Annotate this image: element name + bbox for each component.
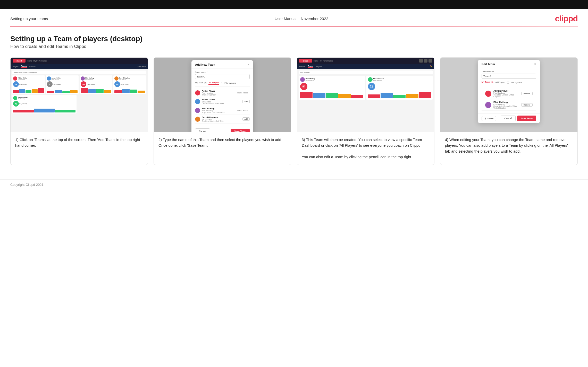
add-team-modal: Add New Team × Team Name * Team A My Tea… xyxy=(191,60,253,132)
edit-player-info: Adrian Player Plus HandicapThe Shire Lon… xyxy=(493,90,519,98)
player-info: Adrian Player Plus HandicapThe Shire Lon… xyxy=(202,90,234,96)
edit-modal-footer: 🗑 Delete Cancel Save Team xyxy=(478,113,540,123)
card-3-text: 3) This Team will then be created. You c… xyxy=(297,132,434,165)
add-player-button[interactable]: Add xyxy=(242,100,250,103)
card-3-text-part1: 3) This Team will then be created. You c… xyxy=(302,138,422,147)
cancel-button[interactable]: Cancel xyxy=(195,128,210,132)
delete-team-button[interactable]: 🗑 Delete xyxy=(482,116,496,121)
edit-player-name: Adrian Player xyxy=(493,90,519,92)
player-list: Adrian Player Plus HandicapThe Shire Lon… xyxy=(195,89,250,124)
tab-my-team[interactable]: My Team (2) xyxy=(195,82,206,84)
edit-player-item: Blair McHarg Plus HandicapRoyal North De… xyxy=(482,99,536,111)
modal-close-icon[interactable]: × xyxy=(248,63,250,66)
modal-footer: Cancel Save Team xyxy=(191,126,253,132)
player-name: Dave Billingham xyxy=(202,116,241,118)
card-3-screenshot: clippd Home My Performance Players Teams xyxy=(297,58,434,132)
page-subtitle: How to create and edit Teams in Clippd xyxy=(10,44,578,49)
card-3: clippd Home My Performance Players Teams xyxy=(297,57,434,165)
trash-icon: 🗑 xyxy=(484,117,486,120)
save-team-button[interactable]: Save Team xyxy=(517,116,536,121)
modal-title: Add New Team xyxy=(195,63,215,66)
edit-tab-my-team[interactable]: My Team (2) xyxy=(482,81,493,84)
modal-tabs: My Team (2) All Players Filter by name xyxy=(195,81,250,86)
header-logo: clippd xyxy=(555,14,578,23)
player-club: Plus HandicapThe Shire London xyxy=(202,92,234,96)
header-center-text: User Manual – November 2022 xyxy=(275,16,328,21)
edit-modal-header: Edit Team × xyxy=(478,60,540,68)
edit-player-details: Plus HandicapRoyal North Devon Golf Club… xyxy=(493,103,519,109)
card-1-text: 1) Click on 'Teams' at the top of the sc… xyxy=(11,132,148,165)
remove-player-button[interactable]: Remove xyxy=(521,103,533,107)
top-bar xyxy=(0,0,588,9)
card-3-text-part2: You can also edit a Team by clicking the… xyxy=(302,155,412,159)
edit-player-info: Blair McHarg Plus HandicapRoyal North De… xyxy=(493,101,519,109)
edit-team-name-label: Team Name * xyxy=(482,71,536,73)
team-name-input[interactable]: Team A xyxy=(195,74,250,79)
card-2-screenshot: Add New Team × Team Name * Team A My Tea… xyxy=(154,58,291,132)
player-club: 5.8 HandicapThe Ding Maping Golf Club xyxy=(202,118,241,122)
footer: Copyright Clippd 2021 xyxy=(0,179,588,190)
remove-player-button[interactable]: Remove xyxy=(521,92,533,95)
save-team-button[interactable]: Save Team xyxy=(231,129,250,132)
page-title: Setting up a Team of players (desktop) xyxy=(10,35,578,43)
filter-by-name: Filter by name xyxy=(221,82,236,84)
edit-team-modal: Edit Team × Team Name * Team A My Team (… xyxy=(478,60,540,123)
team-name-label: Team Name * xyxy=(195,71,250,73)
edit-player-avatar xyxy=(485,102,491,108)
page-content: Setting up a Team of players (desktop) H… xyxy=(0,27,588,177)
card-2-text: 2) Type the name of this Team and then s… xyxy=(154,132,291,165)
header: Setting up your teams User Manual – Nove… xyxy=(0,9,588,26)
edit-modal-tabs: My Team (2) All Players Filter by name xyxy=(482,81,536,86)
add-player-button[interactable]: Add xyxy=(242,117,250,121)
edit-filter-by-name: Filter by name xyxy=(507,82,522,84)
edit-team-name-input[interactable]: Team A xyxy=(482,74,536,79)
copyright-text: Copyright Clippd 2021 xyxy=(10,183,44,187)
edit-tab-all-players[interactable]: All Players xyxy=(495,81,505,84)
edit-cancel-button[interactable]: Cancel xyxy=(501,116,516,121)
edit-footer-actions: Cancel Save Team xyxy=(501,116,536,121)
card-4-text: 4) When editing your Team, you can chang… xyxy=(440,132,577,165)
player-avatar xyxy=(195,117,200,122)
edit-modal-body: Team Name * Team A My Team (2) All Playe… xyxy=(478,68,540,113)
player-avatar xyxy=(195,99,200,104)
modal-body: Team Name * Team A My Team (2) All Playe… xyxy=(191,68,253,126)
player-info: Blair McHarg Plus HandicapRoyal North De… xyxy=(202,107,234,113)
player-name: Adrian Player xyxy=(202,90,234,92)
card-4-screenshot: Edit Team × Team Name * Team A My Team (… xyxy=(440,58,577,132)
player-avatar xyxy=(195,108,200,113)
player-avatar xyxy=(195,90,200,95)
tab-all-players[interactable]: All Players xyxy=(208,81,219,85)
player-info: Adrian Coliba 1 HandicapCentral London G… xyxy=(202,99,241,104)
header-left-text: Setting up your teams xyxy=(10,16,48,21)
player-item: Adrian Coliba 1 HandicapCentral London G… xyxy=(195,97,250,106)
player-item: Adrian Player Plus HandicapThe Shire Lon… xyxy=(195,89,250,97)
player-added-label: Player Added xyxy=(235,109,250,112)
edit-player-name: Blair McHarg xyxy=(493,101,519,103)
player-club: 1 HandicapCentral London Golf Centre xyxy=(202,101,241,104)
modal-header: Add New Team × xyxy=(191,60,253,68)
player-item: Dave Billingham 5.8 HandicapThe Ding Map… xyxy=(195,115,250,124)
edit-player-avatar xyxy=(485,91,491,97)
player-club: Plus HandicapRoyal North Devon Golf Club xyxy=(202,110,234,113)
edit-player-details: Plus HandicapThe Shire London, United Ki… xyxy=(493,92,519,98)
card-1: clippd Home My Performance Players Teams… xyxy=(10,57,148,165)
card-2: Add New Team × Team Name * Team A My Tea… xyxy=(154,57,291,165)
cards-row: clippd Home My Performance Players Teams… xyxy=(10,57,578,165)
edit-modal-title: Edit Team xyxy=(482,63,495,66)
player-item: Blair McHarg Plus HandicapRoyal North De… xyxy=(195,106,250,115)
player-info: Dave Billingham 5.8 HandicapThe Ding Map… xyxy=(202,116,241,122)
clippd-logo: clippd xyxy=(555,14,578,23)
player-added-label: Player Added xyxy=(235,91,250,94)
card-4: Edit Team × Team Name * Team A My Team (… xyxy=(440,57,578,165)
card-1-screenshot: clippd Home My Performance Players Teams… xyxy=(11,58,148,132)
player-name: Blair McHarg xyxy=(202,107,234,110)
edit-modal-close-icon[interactable]: × xyxy=(534,62,536,66)
edit-player-list: Adrian Player Plus HandicapThe Shire Lon… xyxy=(482,88,536,111)
player-name: Adrian Coliba xyxy=(202,99,241,101)
edit-player-item: Adrian Player Plus HandicapThe Shire Lon… xyxy=(482,88,536,99)
